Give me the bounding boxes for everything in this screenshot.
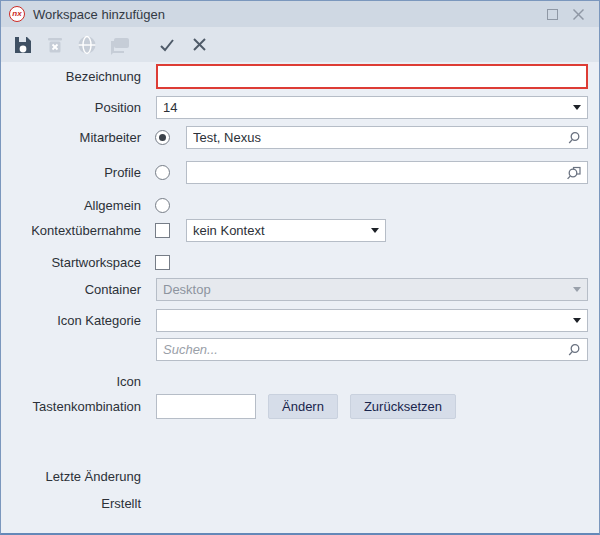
container-combobox: Desktop <box>156 278 588 301</box>
dialog-window: nx Workspace hinzufügen <box>0 0 600 535</box>
chevron-down-icon <box>573 318 581 323</box>
comment-button <box>105 32 133 58</box>
radio-dot <box>159 134 166 141</box>
mitarbeiter-radio[interactable] <box>155 130 170 145</box>
row-icon-suche <box>1 337 599 362</box>
row-startworkspace: Startworkspace <box>1 250 599 275</box>
profile-field-wrap <box>186 161 588 184</box>
close-button[interactable] <box>565 4 591 24</box>
delete-button <box>41 32 69 58</box>
lookup-search-icon[interactable] <box>566 165 581 180</box>
container-value: Desktop <box>163 282 573 297</box>
row-letzte-aenderung: Letzte Änderung <box>1 464 599 489</box>
app-logo-icon: nx <box>9 6 25 22</box>
row-icon-kategorie: Icon Kategorie <box>1 308 599 333</box>
row-allgemein: Allgemein <box>1 193 599 218</box>
search-icon[interactable] <box>567 131 581 145</box>
chevron-down-icon <box>573 105 581 110</box>
row-position: Position 14 <box>1 95 599 120</box>
profile-radio[interactable] <box>155 165 170 180</box>
kontext-value: kein Kontext <box>193 223 371 238</box>
globe-icon <box>76 34 98 56</box>
bezeichnung-input[interactable] <box>156 64 588 89</box>
tastenkombination-input[interactable] <box>156 394 256 419</box>
bezeichnung-label: Bezeichnung <box>1 69 149 84</box>
row-kontextuebernahme: Kontextübernahme kein Kontext <box>1 218 599 243</box>
comment-icon <box>107 34 131 56</box>
save-icon <box>12 34 34 56</box>
position-label: Position <box>1 100 149 115</box>
row-mitarbeiter: Mitarbeiter <box>1 125 599 150</box>
form-area: Bezeichnung Position 14 Mitarbeiter <box>1 62 599 533</box>
allgemein-radio[interactable] <box>155 198 170 213</box>
window-title: Workspace hinzufügen <box>33 7 539 22</box>
profile-input[interactable] <box>186 161 588 184</box>
close-icon <box>572 8 585 21</box>
maximize-icon <box>547 9 558 20</box>
globe-button <box>73 32 101 58</box>
row-profile: Profile <box>1 160 599 185</box>
chevron-down-icon <box>573 287 581 292</box>
startworkspace-checkbox[interactable] <box>155 255 170 270</box>
mitarbeiter-field-wrap <box>186 126 588 149</box>
erstellt-label: Erstellt <box>1 496 149 511</box>
cancel-button[interactable] <box>185 32 213 58</box>
container-label: Container <box>1 282 149 297</box>
icon-kategorie-label: Icon Kategorie <box>1 313 149 328</box>
startworkspace-label: Startworkspace <box>1 255 149 270</box>
position-combobox[interactable]: 14 <box>156 96 588 119</box>
checkmark-icon <box>158 36 176 54</box>
save-button[interactable] <box>9 32 37 58</box>
zuruecksetzen-button[interactable]: Zurücksetzen <box>350 394 456 419</box>
title-bar: nx Workspace hinzufügen <box>1 1 599 27</box>
row-container: Container Desktop <box>1 277 599 302</box>
icon-label: Icon <box>1 374 149 389</box>
mitarbeiter-input[interactable] <box>186 126 588 149</box>
mitarbeiter-label: Mitarbeiter <box>1 130 149 145</box>
row-erstellt: Erstellt <box>1 491 599 516</box>
allgemein-label: Allgemein <box>1 198 149 213</box>
maximize-button[interactable] <box>539 4 565 24</box>
position-value: 14 <box>163 100 573 115</box>
icon-kategorie-combobox[interactable] <box>156 309 588 332</box>
search-icon[interactable] <box>567 343 581 357</box>
kontextuebernahme-label: Kontextübernahme <box>1 223 149 238</box>
trash-icon <box>44 34 66 56</box>
icon-search-input[interactable] <box>156 338 588 361</box>
tastenkombination-label: Tastenkombination <box>1 399 149 414</box>
profile-label: Profile <box>1 165 149 180</box>
kontextuebernahme-checkbox[interactable] <box>155 223 170 238</box>
row-icon: Icon <box>1 369 599 394</box>
aendern-button[interactable]: Ändern <box>268 394 338 419</box>
x-icon <box>191 36 208 53</box>
letzte-aenderung-label: Letzte Änderung <box>1 469 149 484</box>
confirm-button[interactable] <box>153 32 181 58</box>
icon-suche-wrap <box>156 338 588 361</box>
kontext-combobox[interactable]: kein Kontext <box>186 219 386 242</box>
row-tastenkombination: Tastenkombination Ändern Zurücksetzen <box>1 393 599 420</box>
row-bezeichnung: Bezeichnung <box>1 64 599 89</box>
toolbar <box>1 27 599 62</box>
chevron-down-icon <box>371 228 379 233</box>
